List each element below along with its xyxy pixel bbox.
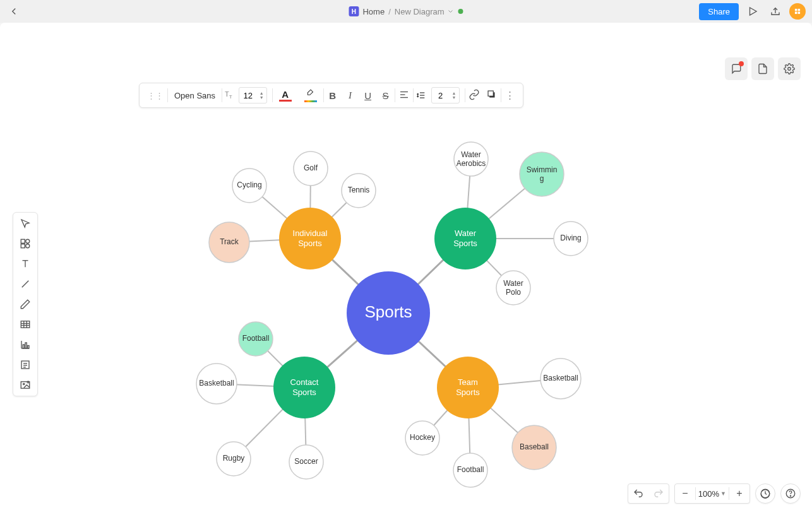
svg-text:g: g [540,174,544,183]
svg-text:Sports: Sports [292,388,316,397]
svg-rect-14 [488,91,493,96]
chart-tool[interactable] [16,338,34,352]
svg-text:Contact: Contact [290,377,319,387]
home-icon: H [349,6,359,16]
zoom-level[interactable]: 100%▼ [696,489,729,499]
user-avatar[interactable] [789,3,806,20]
line-tool[interactable] [16,277,34,291]
svg-rect-2 [795,9,797,11]
svg-text:Polo: Polo [506,288,521,297]
svg-text:Aerobics: Aerobics [457,159,486,168]
redo-button[interactable] [648,483,669,504]
svg-text:Individual: Individual [293,228,328,238]
select-tool[interactable] [16,216,34,230]
svg-text:Baseball: Baseball [520,442,549,451]
pen-tool[interactable] [16,297,34,311]
svg-text:Swimmin: Swimmin [527,165,558,174]
svg-point-111 [790,495,791,496]
history-button[interactable] [755,483,775,504]
note-tool[interactable] [16,358,34,372]
svg-rect-31 [28,346,29,349]
svg-text:Sports: Sports [456,388,480,397]
svg-text:Water: Water [461,150,481,159]
svg-text:Basketball: Basketball [543,374,578,382]
svg-text:Team: Team [458,377,478,387]
svg-text:Soccer: Soccer [294,457,318,466]
svg-point-16 [26,244,30,248]
font-size-up[interactable]: ▲ [260,91,264,95]
zoom-out-button[interactable]: − [675,483,695,504]
app-header: H Home / New Diagram Share [0,0,812,23]
settings-button[interactable] [778,57,801,80]
svg-text:Water: Water [503,279,523,288]
bottom-bar: − 100%▼ + [628,483,801,504]
svg-rect-5 [798,12,801,14]
image-tool[interactable] [16,378,34,392]
svg-text:Water: Water [455,228,477,238]
right-toolbar [725,57,801,80]
svg-text:Football: Football [457,465,484,474]
canvas[interactable]: ⋮⋮ Open Sans TT ▲▼ A B I U S [0,23,812,515]
svg-rect-3 [798,9,801,11]
breadcrumb-home[interactable]: Home [362,7,385,16]
shapes-tool[interactable] [16,237,34,251]
svg-text:Basketball: Basketball [199,379,234,388]
svg-point-6 [788,68,791,71]
export-button[interactable] [767,3,784,20]
back-button[interactable] [6,4,21,19]
zoom-level-text: 100% [698,489,719,499]
help-button[interactable] [780,483,801,504]
svg-rect-15 [21,239,25,243]
share-button[interactable]: Share [699,3,739,20]
left-toolbox [13,212,38,396]
sync-status-icon [458,9,463,14]
mindmap-diagram[interactable]: GolfCyclingTennisTrackWaterAerobicsSwimm… [158,98,638,502]
svg-text:Rugby: Rugby [223,454,245,463]
breadcrumb-separator: / [388,7,391,16]
comments-button[interactable] [725,57,748,80]
notification-dot [739,61,744,66]
svg-point-17 [26,239,30,243]
svg-text:Golf: Golf [304,163,318,172]
pages-button[interactable] [751,57,774,80]
svg-line-21 [22,281,29,288]
document-name[interactable]: New Diagram [395,7,455,16]
table-tool[interactable] [16,317,34,331]
svg-rect-30 [25,343,27,348]
svg-text:Diving: Diving [560,234,581,242]
svg-text:Tennis: Tennis [348,186,370,194]
svg-rect-18 [21,244,25,248]
present-button[interactable] [744,3,761,20]
svg-text:Sports: Sports [453,239,477,248]
svg-text:Hockey: Hockey [410,433,435,442]
svg-text:Football: Football [242,334,270,343]
svg-text:Track: Track [220,237,239,246]
svg-text:Sports: Sports [364,302,412,321]
svg-rect-22 [21,321,30,328]
line-height-up[interactable]: ▲ [452,91,457,95]
document-name-text: New Diagram [395,7,445,16]
svg-rect-29 [23,345,24,348]
zoom-in-button[interactable]: + [729,483,749,504]
svg-rect-4 [795,12,797,14]
undo-button[interactable] [628,483,648,504]
text-tool[interactable] [16,257,34,271]
svg-marker-0 [750,8,757,15]
chevron-down-icon [447,8,455,15]
svg-point-37 [23,383,25,384]
svg-text:Cycling: Cycling [237,181,261,189]
svg-text:Sports: Sports [298,239,322,248]
breadcrumb: H Home / New Diagram [349,6,463,16]
